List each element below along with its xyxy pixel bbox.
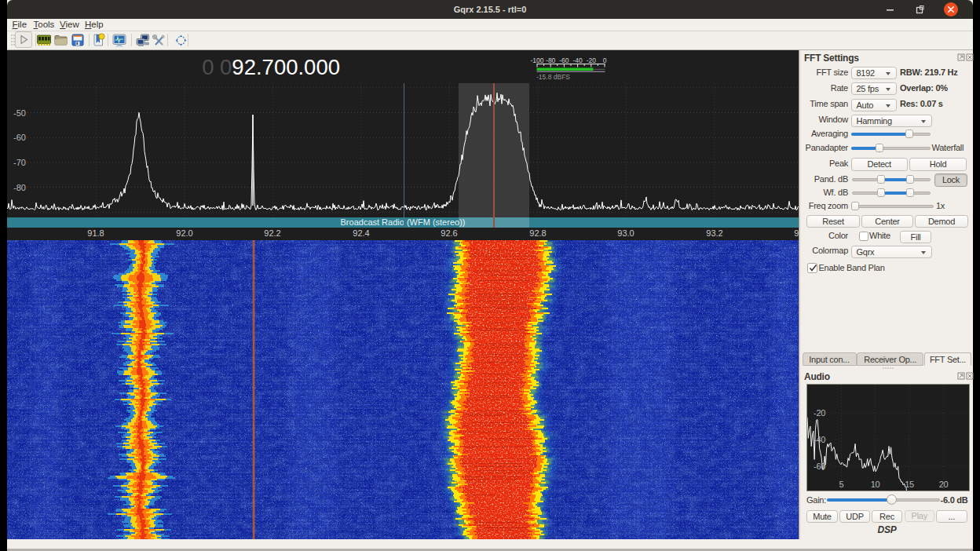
svg-text:-40: -40 (814, 435, 825, 444)
svg-text:5: 5 (839, 480, 843, 489)
svg-text:-20: -20 (814, 408, 825, 418)
svg-text:10: 10 (870, 480, 879, 489)
svg-text:20: 20 (938, 480, 948, 489)
svg-text:-60: -60 (814, 462, 825, 471)
svg-text:15: 15 (905, 480, 914, 489)
